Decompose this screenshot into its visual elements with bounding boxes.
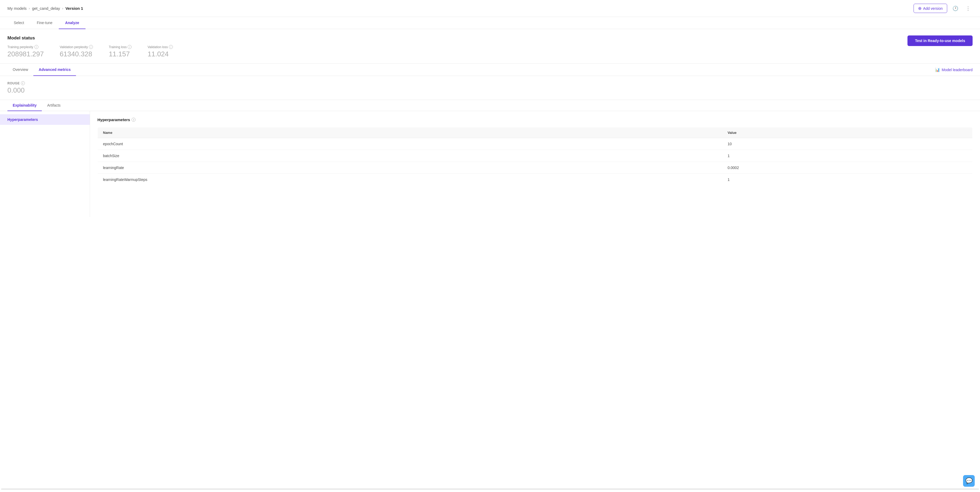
plus-circle-icon: ⊕ <box>918 6 921 11</box>
model-status-section: Model status Training perplexity i 20898… <box>0 29 980 64</box>
validation-perplexity-info-icon[interactable]: i <box>89 45 93 49</box>
hyperparameters-title: Hyperparameters i <box>97 117 973 122</box>
table-header-row: Name Value <box>98 127 973 138</box>
breadcrumb-get-cand-delay[interactable]: get_cand_delay <box>32 6 60 11</box>
add-version-button[interactable]: ⊕ Add version <box>913 4 947 13</box>
tab-analyze[interactable]: Analyze <box>59 17 86 29</box>
header-actions: ⊕ Add version 🕐 ⋮ <box>913 4 973 13</box>
metric-validation-loss-label: Validation loss i <box>148 45 173 49</box>
tab-artifacts[interactable]: Artifacts <box>42 100 66 111</box>
rouge-info-icon[interactable]: i <box>21 81 25 85</box>
metrics-row: Training perplexity i 208981.297 Validat… <box>7 45 173 58</box>
metric-training-loss: Training loss i 11.157 <box>109 45 132 58</box>
model-status-left: Model status Training perplexity i 20898… <box>7 35 173 58</box>
rouge-value: 0.000 <box>7 86 973 94</box>
sidebar: Hyperparameters <box>0 111 90 217</box>
rouge-section: ROUGE i 0.000 <box>0 76 980 100</box>
param-name-learning-rate: learningRate <box>98 162 722 174</box>
metric-validation-perplexity-label: Validation perplexity i <box>60 45 93 49</box>
col-header-value: Value <box>722 127 972 138</box>
metric-validation-loss-value: 11.024 <box>148 50 173 58</box>
history-button[interactable]: 🕐 <box>950 5 961 13</box>
metric-validation-loss: Validation loss i 11.024 <box>148 45 173 58</box>
sidebar-item-hyperparameters[interactable]: Hyperparameters <box>0 114 90 125</box>
metric-training-loss-value: 11.157 <box>109 50 132 58</box>
validation-loss-info-icon[interactable]: i <box>169 45 173 49</box>
metric-training-perplexity-label: Training perplexity i <box>7 45 44 49</box>
hyperparameters-info-icon[interactable]: i <box>132 118 135 122</box>
tab-explainability[interactable]: Explainability <box>7 100 42 111</box>
metric-validation-perplexity: Validation perplexity i 61340.328 <box>60 45 93 58</box>
secondary-tabs: Overview Advanced metrics 📊 Model leader… <box>0 64 980 76</box>
breadcrumb-my-models[interactable]: My models <box>7 6 27 11</box>
table-row: batchSize 1 <box>98 150 973 162</box>
training-perplexity-info-icon[interactable]: i <box>34 45 38 49</box>
breadcrumb: My models › get_cand_delay › Version 1 <box>7 6 83 11</box>
tab-advanced-metrics[interactable]: Advanced metrics <box>33 64 76 76</box>
metric-validation-perplexity-value: 61340.328 <box>60 50 93 58</box>
tab-fine-tune[interactable]: Fine-tune <box>30 17 59 29</box>
metric-training-perplexity-value: 208981.297 <box>7 50 44 58</box>
tab-select[interactable]: Select <box>7 17 30 29</box>
hyperparameters-panel: Hyperparameters i Name Value epochCount … <box>90 111 980 217</box>
table-row: epochCount 10 <box>98 138 973 150</box>
param-value-batch-size: 1 <box>722 150 972 162</box>
table-row: learningRate 0.0002 <box>98 162 973 174</box>
param-value-learning-rate-warmup: 1 <box>722 174 972 186</box>
metric-training-perplexity: Training perplexity i 208981.297 <box>7 45 44 58</box>
rouge-label: ROUGE i <box>7 81 973 85</box>
bar-chart-icon: 📊 <box>935 67 940 72</box>
model-leaderboard-link[interactable]: 📊 Model leaderboard <box>935 67 973 72</box>
table-row: learningRateWarmupSteps 1 <box>98 174 973 186</box>
breadcrumb-chevron-2: › <box>62 6 63 10</box>
header: My models › get_cand_delay › Version 1 ⊕… <box>0 0 980 17</box>
explain-tabs: Explainability Artifacts <box>0 100 980 111</box>
test-ready-to-use-button[interactable]: Test in Ready-to-use models <box>907 35 973 46</box>
training-loss-info-icon[interactable]: i <box>127 45 132 49</box>
param-value-learning-rate: 0.0002 <box>722 162 972 174</box>
secondary-tabs-left: Overview Advanced metrics <box>7 64 76 76</box>
breadcrumb-chevron-1: › <box>29 6 30 10</box>
param-name-batch-size: batchSize <box>98 150 722 162</box>
param-name-learning-rate-warmup: learningRateWarmupSteps <box>98 174 722 186</box>
main-content: Hyperparameters Hyperparameters i Name V… <box>0 111 980 217</box>
metric-training-loss-label: Training loss i <box>109 45 132 49</box>
top-tabs: Select Fine-tune Analyze <box>0 17 980 29</box>
model-status-title: Model status <box>7 35 173 41</box>
hyperparameters-table: Name Value epochCount 10 batchSize 1 lea… <box>97 127 973 186</box>
tab-overview[interactable]: Overview <box>7 64 33 76</box>
param-name-epoch-count: epochCount <box>98 138 722 150</box>
param-value-epoch-count: 10 <box>722 138 972 150</box>
col-header-name: Name <box>98 127 722 138</box>
more-options-button[interactable]: ⋮ <box>964 5 973 13</box>
breadcrumb-version: Version 1 <box>65 6 83 11</box>
